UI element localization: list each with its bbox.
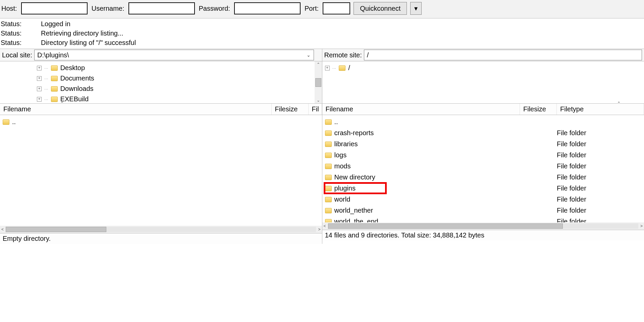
local-tree-vscrollbar[interactable]: ⌃ ⌄ [315,61,322,103]
list-item[interactable]: world_the_endFile folder [322,216,644,222]
tree-item-downloads[interactable]: + ··· Downloads [37,84,322,94]
tree-connector: ··· [44,76,48,81]
folder-icon [339,65,345,71]
quickconnect-button[interactable]: Quickconnect [354,2,407,15]
remote-hscrollbar[interactable]: < > [322,222,644,230]
status-log: Status: Logged in Status: Retrieving dir… [0,18,644,49]
file-type: File folder [557,196,644,203]
list-item[interactable]: worldFile folder [322,194,644,205]
list-item[interactable]: New directoryFile folder [322,172,644,183]
tree-item-root[interactable]: + ··· / [322,63,644,73]
local-file-list[interactable]: .. [0,115,322,226]
scroll-down-icon[interactable]: ⌄ [317,97,320,103]
col-filesize[interactable]: Filesize [272,104,309,115]
scroll-track[interactable] [6,227,316,232]
list-item[interactable]: logsFile folder [322,150,644,161]
expander-icon[interactable]: + [325,66,330,70]
file-name: world [334,196,520,203]
expander-icon[interactable]: + [37,97,42,102]
scroll-left-icon[interactable]: < [324,224,326,228]
folder-icon [325,130,332,136]
port-label: Port: [305,5,319,12]
scroll-right-icon[interactable]: > [640,224,643,228]
log-label: Status: [1,29,41,38]
col-filetype[interactable]: Filetype ⌃ [557,104,644,115]
scroll-up-icon[interactable]: ⌃ [317,61,320,67]
tree-label: EXEBuild [60,95,89,103]
log-row: Status: Directory listing of "/" success… [1,38,643,47]
folder-icon [325,186,332,191]
file-name: world_nether [334,207,520,214]
expander-icon[interactable]: + [37,87,42,91]
connection-bar: Host: Username: Password: Port: Quickcon… [0,0,644,18]
expander-icon[interactable]: + [37,76,42,81]
remote-file-list[interactable]: ..crash-reportsFile folderlibrariesFile … [322,115,644,222]
sort-indicator-icon: ⌃ [60,101,64,106]
expander-icon[interactable]: + [37,66,42,70]
file-type: File folder [557,140,644,148]
list-item[interactable]: crash-reportsFile folder [322,127,644,139]
list-item[interactable]: world_netherFile folder [322,205,644,216]
list-item[interactable]: modsFile folder [322,161,644,172]
tree-item-documents[interactable]: + ··· Documents [37,73,322,84]
local-sitebar: Local site: ⌄ [0,49,322,61]
local-path-input[interactable] [34,50,314,60]
remote-path-input[interactable] [364,50,642,60]
col-filesize[interactable]: Filesize [520,104,557,115]
list-item[interactable]: librariesFile folder [322,139,644,150]
col-filename[interactable]: Filename ⌃ [0,104,272,115]
caret-down-icon: ▾ [414,4,418,12]
panes: Local site: ⌄ + ··· Desktop + ··· Docume… [0,49,644,244]
remote-pane: Remote site: + ··· / Filename Filesize F… [322,49,644,244]
scroll-track[interactable] [328,223,638,229]
folder-icon [325,219,332,223]
remote-tree[interactable]: + ··· / [322,61,644,104]
file-type: File folder [557,184,644,192]
remote-site-label: Remote site: [324,51,362,59]
password-input[interactable] [234,2,301,14]
file-name: mods [334,162,520,170]
tree-connector: ··· [44,97,48,102]
list-item[interactable]: .. [0,116,322,127]
scroll-left-icon[interactable]: < [1,227,4,232]
col-filename[interactable]: Filename [322,104,520,115]
host-input[interactable] [21,2,88,14]
username-input[interactable] [128,2,195,14]
tree-item-desktop[interactable]: + ··· Desktop [37,63,322,73]
tree-connector: ··· [332,65,336,71]
col-filetype[interactable]: Fil [309,104,322,115]
local-tree[interactable]: + ··· Desktop + ··· Documents + ··· Down… [0,61,322,104]
list-item[interactable]: .. [322,116,644,127]
log-row: Status: Logged in [1,19,643,29]
remote-list-header: Filename Filesize Filetype ⌃ [322,104,644,115]
folder-icon [325,164,332,169]
scroll-thumb[interactable] [6,227,106,232]
scroll-right-icon[interactable]: > [318,227,320,232]
log-label: Status: [1,19,41,29]
tree-label: Desktop [60,64,85,72]
port-input[interactable] [323,2,350,14]
folder-icon [51,76,58,81]
tree-item-exebuild[interactable]: + ··· EXEBuild [37,94,322,104]
folder-icon [325,197,332,202]
file-name: .. [334,118,520,126]
file-name: .. [12,118,322,126]
scroll-thumb[interactable] [328,223,563,229]
file-type: File folder [557,173,644,181]
folder-icon [325,119,332,125]
quickconnect-dropdown[interactable]: ▾ [410,2,422,15]
log-row: Status: Retrieving directory listing... [1,29,643,38]
log-label: Status: [1,38,41,47]
col-filesize-label: Filesize [275,105,298,113]
col-filesize-label: Filesize [523,105,546,113]
remote-status: 14 files and 9 directories. Total size: … [322,230,644,240]
scroll-thumb[interactable] [315,78,321,87]
file-type: File folder [557,151,644,159]
folder-icon [325,153,332,158]
local-list-header: Filename ⌃ Filesize Fil [0,104,322,115]
file-name: New directory [334,173,520,181]
local-hscrollbar[interactable]: < > [0,226,322,233]
log-message: Retrieving directory listing... [41,29,123,38]
local-site-label: Local site: [2,51,32,59]
list-item[interactable]: pluginsFile folder [322,183,644,194]
